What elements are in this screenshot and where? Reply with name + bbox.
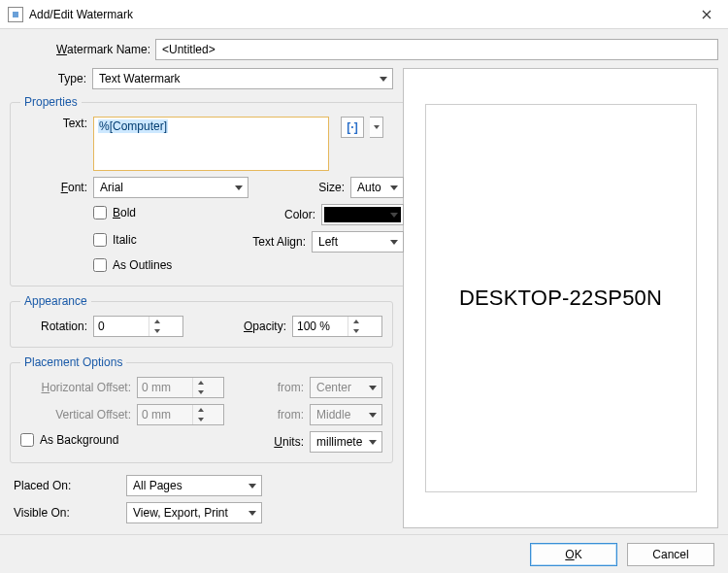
opacity-label: Opacity:: [239, 320, 292, 333]
spin-up-icon[interactable]: [193, 405, 208, 415]
opacity-spinner[interactable]: [292, 316, 382, 337]
preview-text: DESKTOP-22SP50N: [459, 286, 662, 311]
units-label: Units:: [271, 435, 310, 449]
spin-up-icon[interactable]: [149, 317, 164, 326]
titlebar: Add/Edit Watermark: [0, 0, 728, 29]
from-h-label: from:: [271, 381, 310, 394]
opacity-value[interactable]: [293, 320, 347, 333]
v-offset-spinner[interactable]: [137, 404, 224, 425]
spin-up-icon[interactable]: [193, 378, 208, 388]
text-align-label: Text Align:: [248, 235, 312, 249]
spin-down-icon[interactable]: [193, 388, 208, 397]
size-select[interactable]: Auto: [350, 177, 404, 198]
preview-pane: DESKTOP-22SP50N: [403, 68, 718, 528]
v-offset-value[interactable]: [138, 408, 192, 421]
visible-on-select[interactable]: View, Export, Print: [126, 502, 262, 523]
dialog-footer: OK Cancel: [0, 534, 728, 573]
type-label: Type:: [10, 72, 92, 85]
text-label: Text:: [20, 117, 93, 130]
spin-down-icon[interactable]: [193, 415, 208, 424]
watermark-name-label: Watermark Name:: [10, 43, 155, 56]
spin-down-icon[interactable]: [149, 326, 164, 336]
visible-on-label: Visible On:: [10, 506, 126, 520]
color-swatch: [324, 207, 401, 222]
as-background-checkbox[interactable]: As Background: [20, 433, 234, 447]
close-icon: [702, 10, 711, 19]
properties-legend: Properties: [20, 95, 82, 109]
bold-checkbox[interactable]: Bold: [93, 206, 248, 219]
spin-up-icon[interactable]: [348, 317, 363, 326]
h-offset-label: Horizontal Offset:: [20, 381, 137, 394]
insert-macro-dropdown[interactable]: [370, 117, 383, 138]
window-title: Add/Edit Watermark: [29, 8, 133, 21]
text-input[interactable]: %[Computer]: [93, 117, 329, 171]
from-h-select[interactable]: Center: [310, 377, 382, 398]
font-select[interactable]: Arial: [93, 177, 248, 198]
font-label: Font:: [20, 181, 93, 194]
v-offset-label: Vertical Offset:: [20, 408, 137, 421]
cancel-button[interactable]: Cancel: [627, 543, 714, 566]
appearance-legend: Appearance: [20, 294, 91, 308]
h-offset-value[interactable]: [138, 381, 192, 394]
bracket-icon: [·]: [347, 120, 357, 134]
type-select[interactable]: Text Watermark: [92, 68, 393, 89]
units-select[interactable]: millimeter: [310, 431, 382, 453]
h-offset-spinner[interactable]: [137, 377, 224, 398]
preview-page: DESKTOP-22SP50N: [425, 104, 697, 492]
outlines-checkbox[interactable]: As Outlines: [93, 258, 172, 272]
rotation-label: Rotation:: [20, 320, 93, 333]
color-label: Color:: [273, 208, 321, 221]
spin-down-icon[interactable]: [348, 326, 363, 336]
ok-button[interactable]: OK: [530, 543, 617, 566]
rotation-spinner[interactable]: [93, 316, 183, 337]
insert-macro-button[interactable]: [·]: [341, 117, 364, 138]
appearance-group: Appearance Rotation: Opacity:: [10, 294, 393, 348]
app-icon: [8, 7, 23, 22]
properties-group: Properties Text: %[Computer] [·] Font: A…: [10, 95, 414, 286]
close-button[interactable]: [684, 0, 728, 28]
size-label: Size:: [312, 181, 350, 194]
chevron-down-icon: [374, 125, 380, 129]
text-align-select[interactable]: Left: [312, 231, 404, 253]
placed-on-label: Placed On:: [10, 479, 126, 492]
from-v-label: from:: [271, 408, 310, 421]
placement-legend: Placement Options: [20, 355, 126, 369]
italic-checkbox[interactable]: Italic: [93, 233, 248, 247]
color-picker[interactable]: [321, 204, 404, 225]
placed-on-select[interactable]: All Pages: [126, 475, 262, 496]
placement-group: Placement Options Horizontal Offset: fro…: [10, 355, 393, 463]
rotation-value[interactable]: [94, 320, 149, 333]
watermark-name-input[interactable]: [155, 39, 718, 60]
from-v-select[interactable]: Middle: [310, 404, 382, 425]
